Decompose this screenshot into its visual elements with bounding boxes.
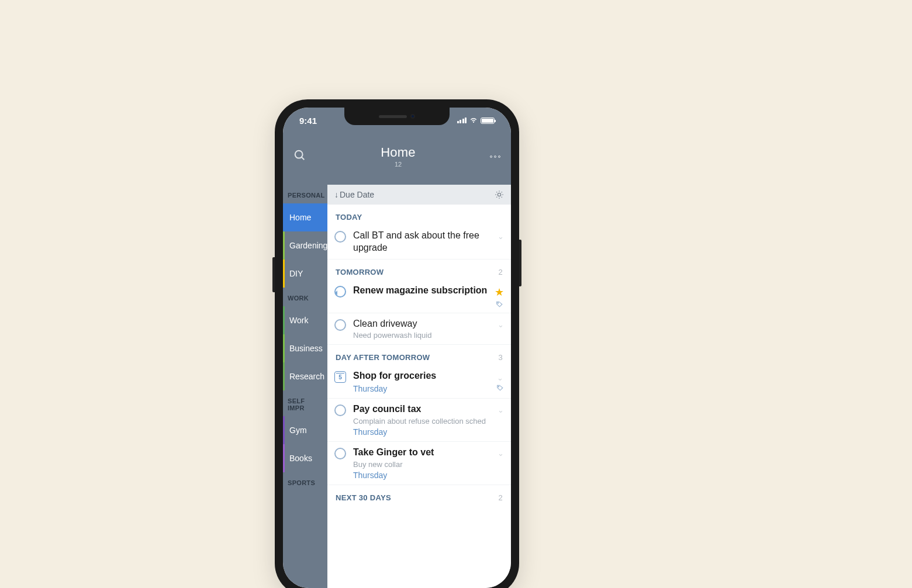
svg-point-2 [498, 193, 500, 196]
search-button[interactable] [293, 149, 306, 164]
header-title: Home 12 [381, 145, 416, 168]
sidebar[interactable]: PERSONAL Home Gardening DIY WORK Work [283, 185, 327, 588]
list-color-icon [283, 231, 285, 260]
task-note: Need powerwash liquid [353, 331, 490, 340]
speaker-grill [379, 115, 407, 118]
task-row[interactable]: Pay council tax Complain about refuse co… [327, 399, 511, 442]
display-settings-icon[interactable] [495, 190, 504, 199]
svg-line-6 [502, 197, 502, 198]
sidebar-item-gym[interactable]: Gym [283, 416, 327, 444]
sidebar-item-work[interactable]: Work [283, 306, 327, 334]
list-color-icon [283, 334, 285, 362]
task-row[interactable]: Take Ginger to vet Buy new collar Thursd… [327, 442, 511, 485]
task-checkbox[interactable] [334, 319, 346, 331]
task-checkbox[interactable] [334, 404, 346, 416]
list-title: Home [381, 145, 416, 160]
svg-point-0 [295, 150, 303, 158]
sidebar-item-research[interactable]: Research [283, 362, 327, 390]
task-row[interactable]: 5 Shop for groceries Thursday ⌄ [327, 365, 511, 399]
svg-point-11 [497, 302, 498, 303]
task-date-icon[interactable]: 5 [334, 371, 346, 383]
phone-screen: 9:41 Home 12 [283, 108, 511, 588]
star-icon[interactable]: ★ [495, 286, 504, 299]
sort-label: Due Date [340, 190, 374, 199]
task-list[interactable]: ↓ Due Date TODAY Call BT and ask about t… [327, 185, 511, 588]
list-color-icon [283, 444, 285, 472]
task-due-date: Thursday [353, 471, 490, 480]
list-color-icon [283, 306, 285, 334]
status-time: 9:41 [299, 116, 317, 126]
expand-icon: ⌄ [498, 406, 504, 414]
task-title: Pay council tax [353, 403, 490, 416]
task-title: Take Ginger to vet [353, 447, 490, 459]
wifi-icon [469, 116, 478, 124]
sort-bar[interactable]: ↓ Due Date [327, 185, 511, 205]
expand-icon: ⌄ [498, 232, 504, 241]
sort-arrow-icon: ↓ [334, 190, 338, 199]
sidebar-item-books[interactable]: Books [283, 444, 327, 472]
section-header-next30: NEXT 30 DAYS 2 [327, 485, 511, 506]
task-due-date: Thursday [353, 427, 490, 437]
task-title: Renew magazine subscription [353, 285, 488, 297]
svg-line-5 [496, 192, 497, 192]
section-header-day-after: DAY AFTER TOMORROW 3 [327, 345, 511, 365]
task-checkbox[interactable] [334, 448, 346, 459]
task-note: Buy new collar [353, 460, 490, 469]
list-color-icon [283, 362, 285, 390]
task-row[interactable]: Clean driveway Need powerwash liquid ⌄ [327, 313, 511, 345]
task-note: Complain about refuse collection sched [353, 417, 490, 426]
svg-point-12 [498, 386, 499, 388]
section-header-today: TODAY [327, 205, 511, 225]
sidebar-section-self-impr: SELF IMPR [283, 390, 327, 416]
expand-icon: ⌄ [498, 449, 504, 458]
task-checkbox[interactable] [334, 231, 346, 243]
tag-icon [496, 300, 503, 308]
task-checkbox-recurring[interactable] [334, 286, 346, 298]
front-camera [410, 114, 415, 119]
svg-line-9 [496, 197, 497, 198]
expand-icon: ⌄ [498, 320, 504, 329]
phone-frame: 9:41 Home 12 [275, 99, 519, 588]
cellular-signal-icon [457, 117, 467, 123]
task-row[interactable]: Call BT and ask about the free upgrade ⌄ [327, 225, 511, 260]
sidebar-section-work: WORK [283, 288, 327, 306]
more-button[interactable] [490, 155, 500, 158]
task-due-date: Thursday [353, 384, 489, 393]
task-title: Clean driveway [353, 318, 490, 330]
sidebar-section-sports: SPORTS [283, 472, 327, 491]
sidebar-section-personal: PERSONAL [283, 185, 327, 203]
sidebar-item-business[interactable]: Business [283, 334, 327, 362]
sidebar-item-gardening[interactable]: Gardening [283, 231, 327, 260]
sidebar-item-diy[interactable]: DIY [283, 260, 327, 288]
battery-icon [481, 117, 495, 124]
sidebar-item-home[interactable]: Home [283, 203, 327, 231]
task-title: Shop for groceries [353, 370, 489, 382]
task-title: Call BT and ask about the free upgrade [353, 230, 490, 254]
svg-line-1 [302, 157, 305, 160]
list-color-icon [283, 260, 285, 288]
svg-line-10 [502, 192, 502, 192]
section-header-tomorrow: TOMORROW 2 [327, 260, 511, 280]
list-color-icon [283, 416, 285, 444]
list-count: 12 [381, 161, 416, 168]
task-row[interactable]: Renew magazine subscription ★ [327, 280, 511, 313]
expand-icon: ⌄ [497, 373, 503, 382]
status-indicators [457, 116, 495, 124]
phone-notch [344, 108, 450, 125]
content-area: PERSONAL Home Gardening DIY WORK Work [283, 185, 511, 588]
tag-icon [496, 384, 504, 392]
